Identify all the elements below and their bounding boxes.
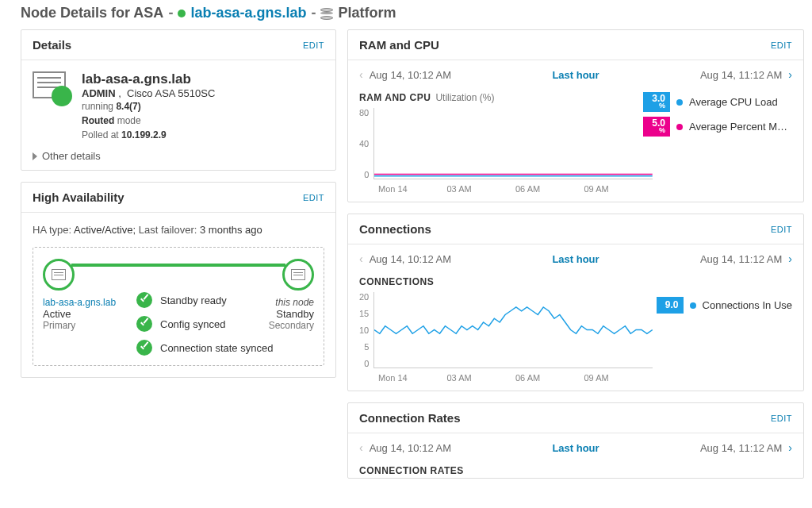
chevron-left-icon[interactable]: ‹ bbox=[359, 441, 363, 454]
chevron-right-icon[interactable]: › bbox=[788, 441, 792, 454]
legend-dot-icon bbox=[676, 124, 683, 130]
connection-rates-edit-button[interactable]: EDIT bbox=[771, 414, 792, 423]
ha-node-secondary[interactable]: this node Standby Secondary bbox=[238, 259, 314, 331]
ha-node-primary[interactable]: lab-asa-a.gns.lab Active Primary bbox=[43, 259, 119, 331]
connections-legend: 9.0 Connections In Use bbox=[657, 297, 792, 314]
connection-rates-timebar: ‹Aug 14, 10:12 AM Last hour Aug 14, 11:1… bbox=[348, 433, 803, 462]
breadcrumb-prefix: Node Details for ASA bbox=[21, 5, 163, 21]
device-icon bbox=[33, 71, 71, 105]
legend-dot-icon bbox=[690, 302, 696, 309]
time-range-button[interactable]: Last hour bbox=[552, 442, 599, 454]
connection-rates-card: Connection Rates EDIT ‹Aug 14, 10:12 AM … bbox=[347, 402, 804, 479]
ramcpu-card: RAM and CPU EDIT ‹Aug 14, 10:12 AM Last … bbox=[347, 29, 804, 202]
connections-title: Connections bbox=[359, 222, 431, 236]
chevron-left-icon[interactable]: ‹ bbox=[359, 68, 363, 81]
ramcpu-chart bbox=[373, 108, 653, 179]
ha-check-connstate: Connection state synced bbox=[136, 340, 273, 356]
details-edit-button[interactable]: EDIT bbox=[303, 40, 324, 50]
device-hostname: lab-asa-a.gns.lab bbox=[82, 71, 215, 87]
ha-title: High Availability bbox=[33, 190, 124, 204]
connection-rates-title: Connection Rates bbox=[359, 411, 461, 425]
device-model: Cisco ASA 5510SC bbox=[127, 87, 215, 99]
ha-card: High Availability EDIT HA type: Active/A… bbox=[21, 182, 336, 378]
details-title: Details bbox=[33, 38, 71, 52]
chevron-left-icon[interactable]: ‹ bbox=[359, 252, 363, 265]
breadcrumb: Node Details for ASA - lab-asa-a.gns.lab… bbox=[21, 5, 798, 21]
time-range-button[interactable]: Last hour bbox=[552, 69, 599, 81]
details-card: Details EDIT lab-asa-a.gns.lab ADMIN , C… bbox=[21, 29, 336, 171]
chevron-right-icon[interactable]: › bbox=[788, 252, 792, 265]
ramcpu-legend: 3.0% Average CPU Load 5.0% Average Perce… bbox=[643, 92, 792, 137]
ha-summary: HA type: Active/Active; Last failover: 3… bbox=[33, 224, 324, 236]
device-small-icon bbox=[43, 259, 75, 291]
other-details-toggle[interactable]: Other details bbox=[33, 150, 324, 162]
chevron-right-icon[interactable]: › bbox=[788, 68, 792, 81]
ha-diagram: lab-asa-a.gns.lab Active Primary this no… bbox=[33, 247, 324, 366]
device-small-icon bbox=[282, 259, 314, 291]
connections-chart bbox=[373, 292, 653, 368]
caret-right-icon bbox=[33, 152, 37, 160]
check-icon bbox=[136, 340, 152, 356]
status-up-icon bbox=[178, 10, 186, 17]
breadcrumb-suffix: Platform bbox=[338, 5, 396, 21]
device-role: ADMIN bbox=[82, 87, 116, 99]
connections-edit-button[interactable]: EDIT bbox=[771, 225, 792, 234]
ramcpu-timebar: ‹Aug 14, 10:12 AM Last hour Aug 14, 11:1… bbox=[348, 60, 803, 89]
platform-icon bbox=[320, 8, 333, 19]
time-range-button[interactable]: Last hour bbox=[552, 253, 599, 265]
device-version: 8.4(7) bbox=[116, 101, 140, 112]
ramcpu-edit-button[interactable]: EDIT bbox=[771, 40, 792, 50]
check-icon bbox=[136, 292, 152, 308]
check-icon bbox=[136, 316, 152, 332]
ha-edit-button[interactable]: EDIT bbox=[303, 193, 324, 202]
connections-timebar: ‹Aug 14, 10:12 AM Last hour Aug 14, 11:1… bbox=[348, 244, 803, 273]
breadcrumb-host[interactable]: lab-asa-a.gns.lab bbox=[190, 5, 306, 21]
device-poll-ip: 10.199.2.9 bbox=[121, 129, 167, 140]
legend-dot-icon bbox=[676, 99, 683, 106]
ramcpu-title: RAM and CPU bbox=[359, 38, 439, 52]
connections-card: Connections EDIT ‹Aug 14, 10:12 AM Last … bbox=[347, 214, 804, 391]
